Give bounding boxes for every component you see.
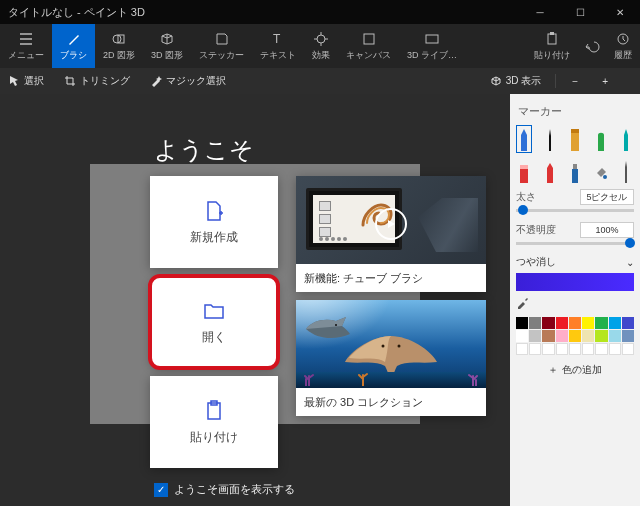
shape3d-tab[interactable]: 3D 図形 bbox=[143, 24, 191, 68]
hamburger-icon bbox=[18, 31, 34, 47]
trim-tool[interactable]: トリミング bbox=[56, 74, 138, 88]
view3d-toggle[interactable]: 3D 表示 bbox=[482, 74, 550, 88]
brush-spray[interactable] bbox=[567, 157, 583, 185]
swatch-empty[interactable] bbox=[569, 343, 581, 355]
opacity-slider[interactable] bbox=[516, 242, 634, 245]
swatch[interactable] bbox=[569, 330, 581, 342]
brush-icon bbox=[66, 31, 82, 47]
sticker-tab[interactable]: ステッカー bbox=[191, 24, 252, 68]
swatch-empty[interactable] bbox=[556, 343, 568, 355]
lib3d-tab[interactable]: 3D ライブ… bbox=[399, 24, 465, 68]
select-tool[interactable]: 選択 bbox=[0, 74, 52, 88]
paste-button[interactable]: 貼り付け bbox=[526, 24, 578, 68]
lib3d-icon bbox=[424, 31, 440, 47]
brush-calligraphy[interactable] bbox=[542, 125, 558, 153]
history-button[interactable]: 履歴 bbox=[606, 24, 640, 68]
title-bar: タイトルなし - ペイント 3D ─ ☐ ✕ bbox=[0, 0, 640, 24]
add-color-label: 色の追加 bbox=[562, 363, 602, 377]
brush-eraser[interactable] bbox=[516, 157, 532, 185]
swatch-empty[interactable] bbox=[529, 343, 541, 355]
eyedropper-button[interactable] bbox=[516, 295, 530, 311]
add-color-button[interactable]: ＋ 色の追加 bbox=[516, 363, 634, 377]
open-card[interactable]: 開く bbox=[150, 276, 278, 368]
brush-fill[interactable] bbox=[593, 157, 609, 185]
cursor-icon bbox=[8, 75, 20, 87]
brush-watercolor[interactable] bbox=[593, 125, 609, 153]
swatch-empty[interactable] bbox=[595, 343, 607, 355]
color-swatches bbox=[516, 317, 634, 355]
svg-point-13 bbox=[398, 345, 401, 348]
magic-label: マジック選択 bbox=[166, 74, 226, 88]
shape2d-tab[interactable]: 2D 図形 bbox=[95, 24, 143, 68]
swatch-empty[interactable] bbox=[582, 343, 594, 355]
svg-text:T: T bbox=[273, 32, 281, 46]
zoom-out-button[interactable]: − bbox=[562, 76, 588, 87]
feature-tile-2[interactable]: 最新の 3D コレクション bbox=[296, 300, 486, 416]
ribbon-toolbar: メニュー ブラシ 2D 図形 3D 図形 ステッカー T テキスト 効果 キャン… bbox=[0, 24, 640, 68]
minimize-button[interactable]: ─ bbox=[520, 0, 560, 24]
swatch[interactable] bbox=[582, 330, 594, 342]
effect-tab[interactable]: 効果 bbox=[304, 24, 338, 68]
swatch[interactable] bbox=[542, 317, 554, 329]
opacity-value[interactable]: 100% bbox=[580, 222, 634, 238]
brush-pen[interactable] bbox=[618, 157, 634, 185]
maximize-button[interactable]: ☐ bbox=[560, 0, 600, 24]
svg-rect-17 bbox=[520, 165, 528, 169]
brush-marker[interactable] bbox=[516, 125, 532, 153]
swatch[interactable] bbox=[516, 317, 528, 329]
swatch[interactable] bbox=[595, 317, 607, 329]
brush-tab[interactable]: ブラシ bbox=[52, 24, 95, 68]
swatch[interactable] bbox=[516, 330, 528, 342]
close-button[interactable]: ✕ bbox=[600, 0, 640, 24]
brush-crayon[interactable] bbox=[542, 157, 558, 185]
swatch-empty[interactable] bbox=[542, 343, 554, 355]
svg-rect-19 bbox=[573, 164, 577, 169]
tile2-image bbox=[296, 300, 486, 388]
window-title: タイトルなし - ペイント 3D bbox=[8, 5, 145, 20]
sticker-label: ステッカー bbox=[199, 49, 244, 62]
undo-button[interactable] bbox=[578, 24, 606, 68]
menu-button[interactable]: メニュー bbox=[0, 24, 52, 68]
swatch[interactable] bbox=[622, 317, 634, 329]
brush-oil[interactable] bbox=[567, 125, 583, 153]
current-color[interactable] bbox=[516, 273, 634, 291]
undo-icon bbox=[584, 38, 600, 54]
cube-icon bbox=[490, 75, 502, 87]
swatch-empty[interactable] bbox=[516, 343, 528, 355]
thickness-value[interactable]: 5ピクセル bbox=[580, 189, 634, 205]
brush-row-1 bbox=[516, 125, 634, 153]
tile1-caption: 新機能: チューブ ブラシ bbox=[296, 264, 486, 292]
brush-pencil[interactable] bbox=[618, 125, 634, 153]
paste-card[interactable]: 貼り付け bbox=[150, 376, 278, 468]
magic-select-tool[interactable]: マジック選択 bbox=[142, 74, 234, 88]
zoom-in-button[interactable]: + bbox=[592, 76, 618, 87]
swatch[interactable] bbox=[569, 317, 581, 329]
swatch[interactable] bbox=[556, 330, 568, 342]
thickness-slider[interactable] bbox=[516, 209, 634, 212]
svg-rect-4 bbox=[364, 34, 374, 44]
feature-tile-1[interactable]: 新機能: チューブ ブラシ bbox=[296, 176, 486, 292]
canvas-icon bbox=[361, 31, 377, 47]
swatch-empty[interactable] bbox=[622, 343, 634, 355]
swatch[interactable] bbox=[542, 330, 554, 342]
show-welcome-checkbox[interactable]: ✓ ようこそ画面を表示する bbox=[154, 482, 490, 497]
show-welcome-label: ようこそ画面を表示する bbox=[174, 482, 295, 497]
swatch-empty[interactable] bbox=[609, 343, 621, 355]
chevron-down-icon[interactable]: ⌄ bbox=[626, 257, 634, 268]
swatch[interactable] bbox=[595, 330, 607, 342]
swatch[interactable] bbox=[529, 317, 541, 329]
text-tab[interactable]: T テキスト bbox=[252, 24, 304, 68]
svg-point-3 bbox=[317, 35, 325, 43]
shape3d-icon bbox=[159, 31, 175, 47]
swatch[interactable] bbox=[556, 317, 568, 329]
thickness-label: 太さ bbox=[516, 190, 536, 204]
swatch[interactable] bbox=[529, 330, 541, 342]
opacity-label: 不透明度 bbox=[516, 223, 556, 237]
swatch[interactable] bbox=[582, 317, 594, 329]
swatch[interactable] bbox=[622, 330, 634, 342]
new-card[interactable]: 新規作成 bbox=[150, 176, 278, 268]
canvas-tab[interactable]: キャンバス bbox=[338, 24, 399, 68]
swatch[interactable] bbox=[609, 330, 621, 342]
shape3d-label: 3D 図形 bbox=[151, 49, 183, 62]
swatch[interactable] bbox=[609, 317, 621, 329]
